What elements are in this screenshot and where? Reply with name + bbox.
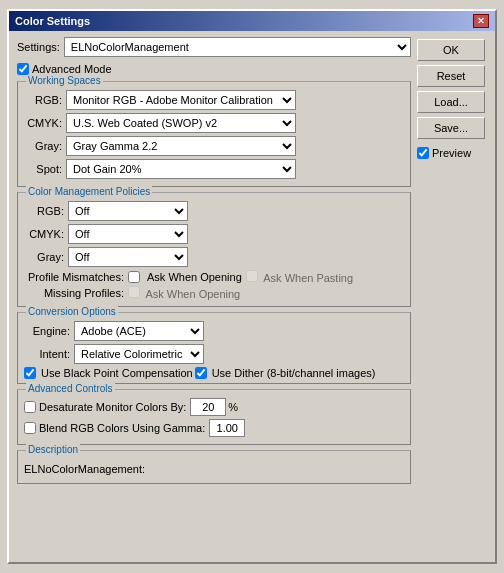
ws-spot-select[interactable]: Dot Gain 20% xyxy=(66,159,296,179)
color-settings-dialog: Color Settings ✕ Settings: ELNoColorMana… xyxy=(7,9,497,564)
description-text: ELNoColorManagement: xyxy=(24,459,404,479)
ws-rgb-label: RGB: xyxy=(24,94,62,106)
settings-label: Settings: xyxy=(17,41,60,53)
desaturate-checkbox[interactable] xyxy=(24,401,36,413)
conversion-title: Conversion Options xyxy=(26,306,118,317)
ws-cmyk-label: CMYK: xyxy=(24,117,62,129)
settings-select[interactable]: ELNoColorManagement xyxy=(64,37,411,57)
ws-rgb-row: RGB: Monitor RGB - Adobe Monitor Calibra… xyxy=(24,90,404,110)
close-button[interactable]: ✕ xyxy=(473,14,489,28)
ws-spot-label: Spot: xyxy=(24,163,62,175)
cmp-gray-select[interactable]: Off xyxy=(68,247,188,267)
cmp-group: Color Management Policies RGB: Off CMYK:… xyxy=(17,192,411,307)
ws-gray-select[interactable]: Gray Gamma 2.2 xyxy=(66,136,296,156)
missing-profiles-label: Missing Profiles: xyxy=(24,287,124,299)
blend-label: Blend RGB Colors Using Gamma: xyxy=(39,422,205,434)
cmp-gray-row: Gray: Off xyxy=(24,247,404,267)
advanced-mode-label: Advanced Mode xyxy=(32,63,112,75)
preview-label: Preview xyxy=(432,147,471,159)
missing-ask-checkbox xyxy=(128,286,140,298)
intent-select[interactable]: Relative Colorimetric xyxy=(74,344,204,364)
black-point-checkbox[interactable] xyxy=(24,367,36,379)
description-title: Description xyxy=(26,444,80,455)
ask-pasting-disabled: Ask When Pasting xyxy=(246,270,353,284)
working-spaces-title: Working Spaces xyxy=(26,75,103,86)
desaturate-input[interactable] xyxy=(190,398,226,416)
load-button[interactable]: Load... xyxy=(417,91,485,113)
desaturate-pct: % xyxy=(228,401,238,413)
reset-button[interactable]: Reset xyxy=(417,65,485,87)
ask-opening-label: Ask When Opening xyxy=(147,271,242,283)
ws-cmyk-select[interactable]: U.S. Web Coated (SWOP) v2 xyxy=(66,113,296,133)
working-spaces-group: Working Spaces RGB: Monitor RGB - Adobe … xyxy=(17,81,411,187)
mismatches-row: Profile Mismatches: Ask When Opening Ask… xyxy=(24,270,404,284)
ws-gray-label: Gray: xyxy=(24,140,62,152)
ask-pasting-checkbox xyxy=(246,270,258,282)
intent-row: Intent: Relative Colorimetric xyxy=(24,344,404,364)
ws-cmyk-row: CMYK: U.S. Web Coated (SWOP) v2 xyxy=(24,113,404,133)
ask-pasting-label: Ask When Pasting xyxy=(263,272,353,284)
cmp-cmyk-select[interactable]: Off xyxy=(68,224,188,244)
engine-label: Engine: xyxy=(24,325,70,337)
missing-ask-disabled: Ask When Opening xyxy=(128,286,240,300)
cmp-rgb-row: RGB: Off xyxy=(24,201,404,221)
conversion-group: Conversion Options Engine: Adobe (ACE) I… xyxy=(17,312,411,384)
advanced-mode-row: Advanced Mode xyxy=(17,63,411,75)
engine-row: Engine: Adobe (ACE) xyxy=(24,321,404,341)
ok-button[interactable]: OK xyxy=(417,39,485,61)
dialog-title: Color Settings xyxy=(15,15,90,27)
blend-row: Blend RGB Colors Using Gamma: xyxy=(24,419,404,437)
cmp-gray-label: Gray: xyxy=(24,251,64,263)
cmp-cmyk-row: CMYK: Off xyxy=(24,224,404,244)
engine-select[interactable]: Adobe (ACE) xyxy=(74,321,204,341)
ask-opening-checkbox[interactable] xyxy=(128,271,140,283)
left-panel: Settings: ELNoColorManagement Advanced M… xyxy=(17,37,411,489)
preview-checkbox[interactable] xyxy=(417,147,429,159)
dither-label: Use Dither (8-bit/channel images) xyxy=(212,367,376,379)
black-point-label: Use Black Point Compensation xyxy=(41,367,193,379)
intent-label: Intent: xyxy=(24,348,70,360)
title-bar: Color Settings ✕ xyxy=(9,11,495,31)
ws-rgb-select[interactable]: Monitor RGB - Adobe Monitor Calibration xyxy=(66,90,296,110)
conversion-checkboxes: Use Black Point Compensation Use Dither … xyxy=(24,367,404,379)
advanced-controls-group: Advanced Controls Desaturate Monitor Col… xyxy=(17,389,411,445)
right-panel: OK Reset Load... Save... Preview xyxy=(417,37,487,489)
cmp-title: Color Management Policies xyxy=(26,186,152,197)
description-group: Description ELNoColorManagement: xyxy=(17,450,411,484)
advanced-controls-title: Advanced Controls xyxy=(26,383,115,394)
desaturate-label: Desaturate Monitor Colors By: xyxy=(39,401,186,413)
cmp-rgb-label: RGB: xyxy=(24,205,64,217)
ws-gray-row: Gray: Gray Gamma 2.2 xyxy=(24,136,404,156)
mismatches-label: Profile Mismatches: xyxy=(24,271,124,283)
missing-ask-label: Ask When Opening xyxy=(145,288,240,300)
settings-row: Settings: ELNoColorManagement xyxy=(17,37,411,57)
ws-spot-row: Spot: Dot Gain 20% xyxy=(24,159,404,179)
preview-row: Preview xyxy=(417,147,487,159)
desaturate-row: Desaturate Monitor Colors By: % xyxy=(24,398,404,416)
blend-input[interactable] xyxy=(209,419,245,437)
cmp-cmyk-label: CMYK: xyxy=(24,228,64,240)
dither-checkbox[interactable] xyxy=(195,367,207,379)
blend-checkbox[interactable] xyxy=(24,422,36,434)
advanced-mode-checkbox[interactable] xyxy=(17,63,29,75)
save-button[interactable]: Save... xyxy=(417,117,485,139)
cmp-rgb-select[interactable]: Off xyxy=(68,201,188,221)
missing-profiles-row: Missing Profiles: Ask When Opening xyxy=(24,286,404,300)
